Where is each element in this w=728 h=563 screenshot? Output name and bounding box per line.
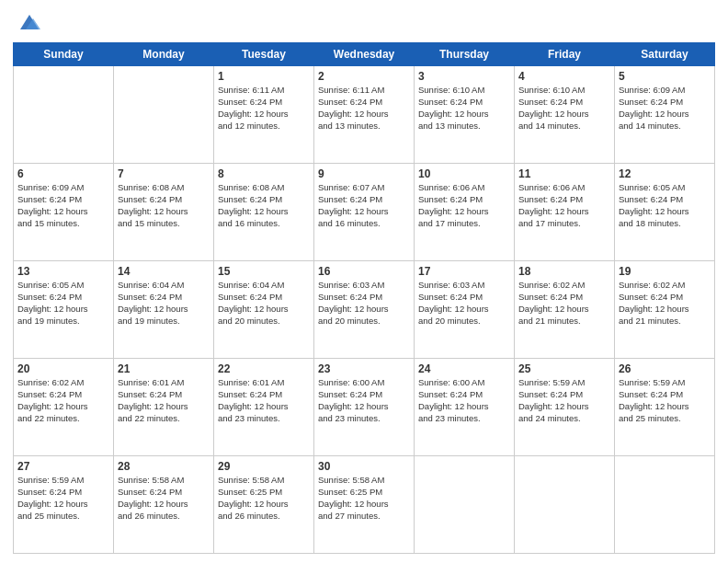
- day-detail: and 23 minutes.: [418, 413, 510, 425]
- calendar-row: 20Sunrise: 6:02 AMSunset: 6:24 PMDayligh…: [14, 359, 715, 456]
- day-detail: and 26 minutes.: [218, 511, 310, 523]
- day-number: 11: [518, 167, 610, 181]
- weekday-header-cell: Saturday: [615, 43, 715, 66]
- day-detail: Sunset: 6:24 PM: [318, 292, 410, 304]
- day-number: 18: [518, 264, 610, 279]
- day-detail: and 23 minutes.: [218, 413, 310, 425]
- day-detail: Daylight: 12 hours: [619, 401, 711, 413]
- day-number: 20: [17, 362, 109, 376]
- day-detail: Sunset: 6:24 PM: [619, 97, 711, 109]
- day-number: 19: [619, 264, 711, 279]
- day-number: 12: [619, 167, 711, 181]
- calendar-cell: 17Sunrise: 6:03 AMSunset: 6:24 PMDayligh…: [415, 261, 515, 359]
- day-detail: Daylight: 12 hours: [318, 206, 410, 218]
- day-detail: Sunrise: 6:06 AM: [418, 182, 510, 194]
- day-detail: Sunrise: 6:06 AM: [518, 182, 610, 194]
- day-detail: Sunset: 6:24 PM: [418, 292, 510, 304]
- day-number: 1: [218, 69, 310, 84]
- weekday-header-cell: Tuesday: [214, 43, 314, 66]
- day-detail: Sunset: 6:24 PM: [17, 389, 109, 401]
- day-detail: Sunset: 6:24 PM: [619, 389, 711, 401]
- day-detail: Daylight: 12 hours: [619, 304, 711, 316]
- day-number: 8: [218, 167, 310, 181]
- day-detail: Daylight: 12 hours: [318, 401, 410, 413]
- calendar-cell: 21Sunrise: 6:01 AMSunset: 6:24 PMDayligh…: [114, 359, 214, 456]
- calendar-cell: 15Sunrise: 6:04 AMSunset: 6:24 PMDayligh…: [214, 261, 314, 359]
- calendar-cell: 20Sunrise: 6:02 AMSunset: 6:24 PMDayligh…: [14, 359, 114, 456]
- calendar-cell: 3Sunrise: 6:10 AMSunset: 6:24 PMDaylight…: [415, 66, 515, 164]
- day-number: 27: [17, 459, 109, 474]
- day-number: 13: [17, 264, 109, 279]
- calendar-cell: 18Sunrise: 6:02 AMSunset: 6:24 PMDayligh…: [515, 261, 615, 359]
- calendar-cell: 30Sunrise: 5:58 AMSunset: 6:25 PMDayligh…: [314, 456, 415, 554]
- day-detail: Sunrise: 5:59 AM: [619, 377, 711, 389]
- day-detail: Daylight: 12 hours: [118, 499, 210, 511]
- day-detail: Sunrise: 6:05 AM: [619, 182, 711, 194]
- day-number: 9: [318, 167, 410, 181]
- day-detail: and 27 minutes.: [318, 511, 410, 523]
- weekday-header-cell: Thursday: [415, 43, 515, 66]
- day-detail: Daylight: 12 hours: [17, 206, 109, 218]
- day-detail: Sunset: 6:24 PM: [418, 194, 510, 206]
- day-detail: Daylight: 12 hours: [118, 206, 210, 218]
- day-detail: and 13 minutes.: [418, 121, 510, 132]
- day-detail: Sunset: 6:24 PM: [619, 194, 711, 206]
- calendar-row: 27Sunrise: 5:59 AMSunset: 6:24 PMDayligh…: [14, 456, 715, 554]
- day-detail: Sunrise: 6:03 AM: [418, 280, 510, 292]
- day-detail: and 13 minutes.: [318, 121, 410, 132]
- day-detail: Sunrise: 6:09 AM: [619, 85, 711, 97]
- day-detail: and 15 minutes.: [118, 218, 210, 230]
- calendar-cell: 5Sunrise: 6:09 AMSunset: 6:24 PMDaylight…: [615, 66, 715, 164]
- day-detail: and 20 minutes.: [218, 316, 310, 327]
- day-number: 5: [619, 69, 711, 84]
- calendar-cell: [14, 66, 114, 164]
- day-detail: and 23 minutes.: [318, 413, 410, 425]
- day-detail: Daylight: 12 hours: [17, 401, 109, 413]
- day-detail: Sunset: 6:24 PM: [218, 97, 310, 109]
- day-detail: and 17 minutes.: [418, 218, 510, 230]
- day-detail: Sunrise: 5:58 AM: [118, 475, 210, 487]
- day-detail: and 20 minutes.: [418, 316, 510, 327]
- day-detail: and 20 minutes.: [318, 316, 410, 327]
- header: [13, 9, 715, 35]
- day-detail: Sunrise: 6:02 AM: [518, 280, 610, 292]
- weekday-header-row: SundayMondayTuesdayWednesdayThursdayFrid…: [14, 43, 715, 66]
- day-detail: and 21 minutes.: [518, 316, 610, 327]
- day-detail: Sunrise: 6:10 AM: [518, 85, 610, 97]
- day-number: 7: [118, 167, 210, 181]
- day-detail: Daylight: 12 hours: [619, 206, 711, 218]
- day-detail: Sunrise: 5:58 AM: [218, 475, 310, 487]
- calendar-cell: 19Sunrise: 6:02 AMSunset: 6:24 PMDayligh…: [615, 261, 715, 359]
- logo-icon: [17, 9, 42, 35]
- day-detail: Sunrise: 6:00 AM: [318, 377, 410, 389]
- day-detail: Daylight: 12 hours: [218, 109, 310, 121]
- day-detail: Daylight: 12 hours: [318, 304, 410, 316]
- day-detail: Sunrise: 6:02 AM: [619, 280, 711, 292]
- day-detail: Sunrise: 6:04 AM: [218, 280, 310, 292]
- day-number: 16: [318, 264, 410, 279]
- day-detail: Daylight: 12 hours: [118, 401, 210, 413]
- day-detail: Daylight: 12 hours: [518, 109, 610, 121]
- day-number: 6: [17, 167, 109, 181]
- day-number: 23: [318, 362, 410, 376]
- day-detail: and 22 minutes.: [118, 413, 210, 425]
- weekday-header-cell: Monday: [114, 43, 214, 66]
- day-detail: and 19 minutes.: [17, 316, 109, 327]
- calendar-cell: 10Sunrise: 6:06 AMSunset: 6:24 PMDayligh…: [415, 164, 515, 261]
- calendar-cell: [615, 456, 715, 554]
- weekday-header-cell: Wednesday: [314, 43, 415, 66]
- calendar-cell: 1Sunrise: 6:11 AMSunset: 6:24 PMDaylight…: [214, 66, 314, 164]
- page: SundayMondayTuesdayWednesdayThursdayFrid…: [0, 0, 728, 563]
- day-detail: Sunrise: 6:00 AM: [418, 377, 510, 389]
- day-detail: Daylight: 12 hours: [17, 304, 109, 316]
- day-detail: and 12 minutes.: [218, 121, 310, 132]
- day-number: 3: [418, 69, 510, 84]
- day-detail: Sunrise: 6:02 AM: [17, 377, 109, 389]
- day-detail: and 24 minutes.: [518, 413, 610, 425]
- day-detail: and 18 minutes.: [619, 218, 711, 230]
- day-detail: Daylight: 12 hours: [318, 499, 410, 511]
- day-detail: Sunset: 6:24 PM: [218, 194, 310, 206]
- day-number: 24: [418, 362, 510, 376]
- day-detail: Sunrise: 6:01 AM: [218, 377, 310, 389]
- day-number: 15: [218, 264, 310, 279]
